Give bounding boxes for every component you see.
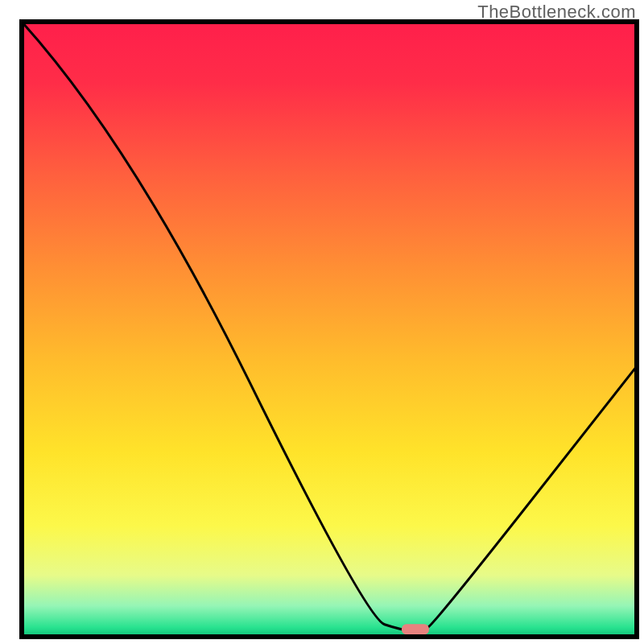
optimum-marker <box>402 624 429 634</box>
bottleneck-chart <box>0 0 644 644</box>
watermark-text: TheBottleneck.com <box>477 2 636 23</box>
chart-frame: TheBottleneck.com <box>0 0 644 644</box>
gradient-background <box>22 22 637 637</box>
